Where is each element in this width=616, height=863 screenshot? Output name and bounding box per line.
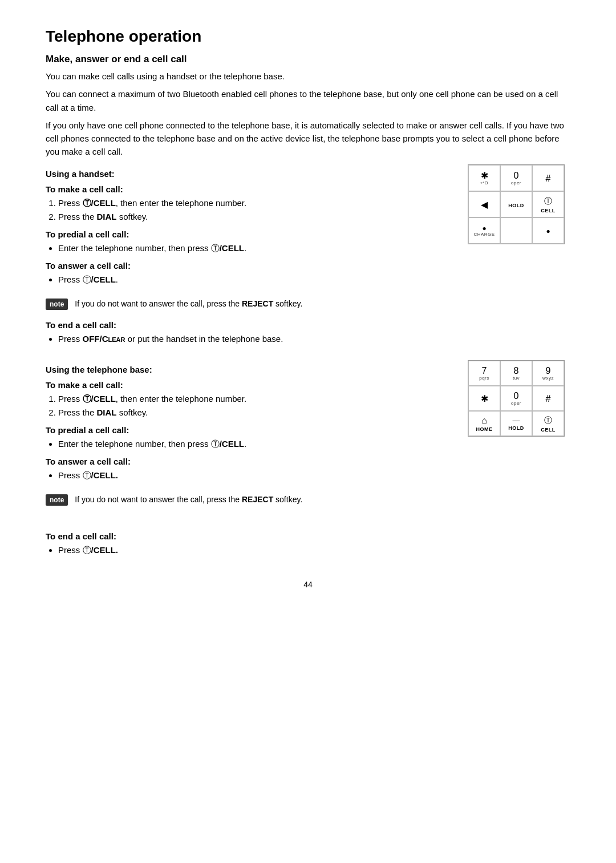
- base-section: Using the telephone base: To make a cell…: [46, 359, 570, 486]
- base-text: Using the telephone base: To make a cell…: [46, 359, 456, 486]
- handset-title: Using a handset:: [46, 169, 456, 179]
- handset-predial-title: To predial a cell call:: [46, 229, 456, 239]
- key2-home: ⌂ HOME: [468, 411, 500, 436]
- base-make-title: To make a cell call:: [46, 380, 456, 390]
- key2-9: 9 wxyz: [532, 361, 564, 386]
- page-title: Telephone operation: [46, 27, 570, 46]
- base-make-steps: Press Ⓣ/CELL, then enter the telephone n…: [46, 392, 456, 420]
- page-number: 44: [46, 580, 570, 589]
- base-note-label: note: [46, 494, 68, 506]
- key-mute: ◀: [468, 191, 500, 217]
- key2-hash: #: [532, 386, 564, 411]
- base-predial-bullet: Enter the telephone number, then press Ⓣ…: [58, 437, 456, 451]
- handset-note: note If you do not want to answer the ca…: [46, 298, 570, 310]
- base-end-list: Press Ⓣ/CELL.: [46, 543, 570, 557]
- key2-cell: Ⓣ CELL: [532, 411, 564, 436]
- base-predial-list: Enter the telephone number, then press Ⓣ…: [46, 437, 456, 451]
- key2-0: 0 oper: [500, 386, 532, 411]
- key-charge-dot: ● CHARGE: [468, 217, 500, 244]
- handset-end-bullet: Press OFF/CLEAR or put the handset in th…: [58, 332, 570, 346]
- keypad1-grid: ✱ ↩O 0 oper # ◀ HOLD Ⓣ CELL ●: [468, 164, 565, 244]
- key-dot2: ●: [532, 217, 564, 244]
- key-blank: [500, 217, 532, 244]
- handset-section: Using a handset: To make a cell call: Pr…: [46, 163, 570, 290]
- key2-star: ✱: [468, 386, 500, 411]
- key2-8: 8 tuv: [500, 361, 532, 386]
- handset-note-label: note: [46, 299, 68, 310]
- handset-make-steps: Press Ⓣ/CELL, then enter the telephone n…: [46, 196, 456, 224]
- handset-answer-list: Press Ⓣ/CELL.: [46, 273, 456, 287]
- handset-answer-title: To answer a cell call:: [46, 261, 456, 271]
- base-answer-list: Press Ⓣ/CELL.: [46, 469, 456, 482]
- key-0: 0 oper: [500, 165, 532, 191]
- key-cell: Ⓣ CELL: [532, 191, 564, 217]
- handset-predial-list: Enter the telephone number, then press Ⓣ…: [46, 241, 456, 255]
- base-make-step1: Press Ⓣ/CELL, then enter the telephone n…: [58, 392, 456, 406]
- base-note-text: If you do not want to answer the call, p…: [75, 494, 302, 506]
- intro-para-1: You can make cell calls using a handset …: [46, 70, 570, 83]
- intro-para-2: You can connect a maximum of two Bluetoo…: [46, 87, 570, 114]
- base-title: Using the telephone base:: [46, 365, 456, 374]
- handset-text: Using a handset: To make a cell call: Pr…: [46, 163, 456, 290]
- base-answer-title: To answer a cell call:: [46, 457, 456, 466]
- section-title: Make, answer or end a cell call: [46, 54, 570, 65]
- keypad1: ✱ ↩O 0 oper # ◀ HOLD Ⓣ CELL ●: [468, 164, 570, 244]
- key-hold: HOLD: [500, 191, 532, 217]
- key2-7: 7 pqrs: [468, 361, 500, 386]
- key-hash: #: [532, 165, 564, 191]
- base-answer-bullet: Press Ⓣ/CELL.: [58, 469, 456, 482]
- keypad2: 7 pqrs 8 tuv 9 wxyz ✱ 0 oper #: [468, 360, 570, 437]
- intro-para-3: If you only have one cell phone connecte…: [46, 119, 570, 159]
- handset-end-title: To end a cell call:: [46, 320, 570, 330]
- key-star: ✱ ↩O: [468, 165, 500, 191]
- base-end-title: To end a cell call:: [46, 531, 570, 541]
- base-end-bullet: Press Ⓣ/CELL.: [58, 543, 570, 557]
- key2-hold: — HOLD: [500, 411, 532, 436]
- keypad2-grid: 7 pqrs 8 tuv 9 wxyz ✱ 0 oper #: [468, 360, 565, 437]
- base-note: note If you do not want to answer the ca…: [46, 494, 570, 506]
- base-predial-title: To predial a cell call:: [46, 425, 456, 435]
- base-make-step2: Press the DIAL softkey.: [58, 406, 456, 420]
- handset-predial-bullet: Enter the telephone number, then press Ⓣ…: [58, 241, 456, 255]
- handset-make-step1: Press Ⓣ/CELL, then enter the telephone n…: [58, 196, 456, 210]
- handset-answer-bullet: Press Ⓣ/CELL.: [58, 273, 456, 287]
- handset-note-text: If you do not want to answer the call, p…: [75, 298, 302, 310]
- handset-end-list: Press OFF/CLEAR or put the handset in th…: [46, 332, 570, 346]
- handset-make-step2: Press the DIAL softkey.: [58, 210, 456, 224]
- handset-make-title: To make a cell call:: [46, 184, 456, 194]
